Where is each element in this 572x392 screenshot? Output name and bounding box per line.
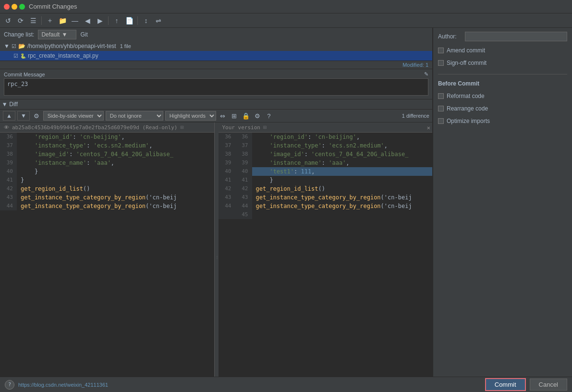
line-content-38-right: 'image_id': 'centos_7_04_64_20G_alibase_ bbox=[252, 150, 433, 159]
checkbox-file[interactable]: ☑ bbox=[13, 53, 18, 59]
diff-help-icon[interactable]: ? bbox=[264, 111, 274, 121]
tree-file-item[interactable]: ☑ 🐍 rpc_create_instance_api.py bbox=[0, 51, 432, 61]
commit-message-input[interactable]: rpc_23 bbox=[4, 78, 428, 96]
diff-viewer-select[interactable]: Side-by-side viewer Unified viewer bbox=[43, 111, 104, 121]
export-btn[interactable]: ↑ bbox=[111, 15, 122, 26]
commit-message-area: Commit Message ✎ rpc_23 bbox=[0, 69, 432, 99]
diff-right-panel[interactable]: Your version ⊞ ✕ 36 36 'region_id': 'cn-… bbox=[219, 122, 433, 392]
author-input[interactable] bbox=[465, 32, 567, 41]
right-close-icon[interactable]: ✕ bbox=[427, 124, 430, 131]
diff-align-icon[interactable]: ⇔ bbox=[218, 111, 228, 121]
bottom-url: https://blog.csdn.net/weixin_42111361 bbox=[18, 382, 108, 388]
diff-header: ▼ Diff bbox=[0, 99, 432, 110]
line-num-l37-right: 37 bbox=[219, 141, 235, 150]
file-count: 1 file bbox=[120, 43, 131, 49]
reformat-code-checkbox[interactable] bbox=[438, 93, 444, 99]
line-num-36-left: 36 bbox=[0, 133, 17, 141]
changelist-value: Default bbox=[41, 31, 60, 38]
optimize-imports-checkbox[interactable] bbox=[438, 118, 444, 124]
diff-splitter[interactable]: ⋮ bbox=[215, 122, 219, 392]
line-num-38-left: 38 bbox=[0, 150, 17, 159]
rearrange-code-row: Rearrange code bbox=[438, 105, 567, 112]
folder-icon: 📂 bbox=[18, 43, 25, 49]
python-file-icon: 🐍 bbox=[20, 53, 26, 59]
amend-commit-checkbox[interactable] bbox=[438, 48, 444, 53]
diff-settings-icon[interactable]: ⚙ bbox=[32, 111, 41, 121]
line-content-37-right: 'instance_type': 'ecs.sn2.medium', bbox=[252, 141, 433, 150]
line-num-r43-right: 43 bbox=[235, 193, 252, 202]
diff-highlight-select[interactable]: Highlight words Highlight lines bbox=[165, 111, 216, 121]
back-btn[interactable]: ◀ bbox=[82, 15, 93, 26]
diff-line-43-right: 43 43 get_instance_type_category_by_regi… bbox=[219, 193, 433, 202]
split-btn[interactable]: ⇌ bbox=[153, 15, 164, 26]
line-num-l39-right: 39 bbox=[219, 159, 235, 167]
diff-line-38-left: 38 'image_id': 'centos_7_04_64_20G_aliba… bbox=[0, 150, 214, 159]
minimize-dot[interactable] bbox=[12, 4, 17, 10]
line-content-36-right: 'region_id': 'cn-beijing', bbox=[252, 133, 433, 141]
git-button[interactable]: Git bbox=[80, 31, 87, 38]
diff-content: 👁 ab25a8c4536b49b99445e7a0e2fba25d6079e0… bbox=[0, 122, 432, 392]
line-num-r45-right: 45 bbox=[235, 210, 252, 219]
author-label: Author: bbox=[438, 33, 462, 40]
rearrange-code-checkbox[interactable] bbox=[438, 106, 444, 111]
line-content-40-right: 'test1': 111, bbox=[252, 167, 433, 176]
diff-next-btn[interactable]: ▼ bbox=[17, 111, 30, 121]
folder-btn[interactable]: 📁 bbox=[57, 15, 68, 26]
commit-button[interactable]: Commit bbox=[485, 378, 526, 391]
diff-left-panel[interactable]: 👁 ab25a8c4536b49b99445e7a0e2fba25d6079e0… bbox=[0, 122, 215, 392]
diff-left-header-text: ab25a8c4536b49b99445e7a0e2fba25d6079e09d… bbox=[12, 124, 177, 131]
checkbox-folder[interactable]: ☑ bbox=[12, 43, 16, 49]
changelist-label: Change list: bbox=[4, 31, 34, 38]
sort-btn[interactable]: ↕ bbox=[141, 15, 151, 26]
tree-folder: ▼ ☑ 📂 /home/python/yhb/openapi-virt-test… bbox=[0, 41, 432, 51]
section-divider bbox=[438, 74, 567, 74]
close-dot[interactable] bbox=[4, 4, 10, 10]
folder-path: /home/python/yhb/openapi-virt-test bbox=[27, 43, 116, 49]
right-expand-icon[interactable]: ⊞ bbox=[263, 124, 267, 131]
diff-gear-icon[interactable]: ⚙ bbox=[253, 111, 262, 121]
diff-count: 1 difference bbox=[402, 113, 429, 119]
doc-btn[interactable]: 📄 bbox=[124, 15, 134, 26]
cancel-button[interactable]: Cancel bbox=[530, 379, 567, 391]
changelist-dropdown[interactable]: Default ▼ bbox=[38, 30, 76, 39]
maximize-dot[interactable] bbox=[19, 4, 25, 10]
modified-label: Modified: 1 bbox=[402, 62, 428, 68]
sync-btn[interactable]: ⟳ bbox=[15, 15, 26, 26]
diff-line-37-right: 37 37 'instance_type': 'ecs.sn2.medium', bbox=[219, 141, 433, 150]
diff-line-38-right: 38 38 'image_id': 'centos_7_04_64_20G_al… bbox=[219, 150, 433, 159]
diff-lock-icon[interactable]: 🔒 bbox=[241, 111, 251, 121]
add-btn[interactable]: ＋ bbox=[45, 15, 55, 26]
edit-icon: ✎ bbox=[424, 71, 428, 77]
sign-off-checkbox[interactable] bbox=[438, 60, 444, 66]
diff-line-42-right: 42 42 get_region_id_list() bbox=[219, 184, 433, 193]
modified-bar: Modified: 1 bbox=[0, 61, 432, 69]
refresh-btn[interactable]: ↺ bbox=[3, 15, 13, 26]
optimize-imports-label: Optimize imports bbox=[447, 118, 490, 124]
line-content-38-left: 'image_id': 'centos_7_04_64_20G_alibase_ bbox=[17, 150, 214, 159]
diff-right-header-text: Your version bbox=[222, 124, 260, 131]
main-toolbar: ↺ ⟳ ☰ ＋ 📁 — ◀ ▶ ↑ 📄 ↕ ⇌ bbox=[0, 13, 572, 28]
forward-btn[interactable]: ▶ bbox=[95, 15, 105, 26]
line-num-41-left: 41 bbox=[0, 176, 17, 184]
line-num-r38-right: 38 bbox=[235, 150, 252, 159]
diff-section: ▼ Diff ▲ ▼ ⚙ Side-by-side viewer Unified… bbox=[0, 99, 432, 392]
before-commit-title: Before Commit bbox=[438, 80, 567, 87]
line-num-42-left: 42 bbox=[0, 184, 17, 193]
diff-ignore-select[interactable]: Do not ignore Ignore whitespace bbox=[106, 111, 163, 121]
remove-btn[interactable]: — bbox=[70, 15, 80, 26]
line-content-43-right: get_instance_type_category_by_region('cn… bbox=[252, 193, 433, 202]
help-button[interactable]: ? bbox=[5, 380, 14, 390]
left-expand-icon[interactable]: ⊞ bbox=[180, 124, 183, 131]
line-content-45-right bbox=[252, 210, 433, 219]
window-controls[interactable] bbox=[4, 4, 25, 10]
line-content-44-left: get_instance_type_category_by_region('cn… bbox=[17, 202, 214, 210]
toolbar-sep-2 bbox=[108, 16, 109, 25]
clipboard-btn[interactable]: ☰ bbox=[28, 15, 38, 26]
toolbar-sep-3 bbox=[137, 16, 138, 25]
left-panel: Change list: Default ▼ Git ▼ ☑ 📂 /home/p… bbox=[0, 28, 433, 392]
line-num-r40-right: 40 bbox=[235, 167, 252, 176]
diff-prev-btn[interactable]: ▲ bbox=[3, 111, 15, 121]
diff-line-39-left: 39 'instance_name': 'aaa', bbox=[0, 159, 214, 167]
main-layout: Change list: Default ▼ Git ▼ ☑ 📂 /home/p… bbox=[0, 28, 572, 392]
diff-sync-icon[interactable]: ⊞ bbox=[230, 111, 239, 121]
